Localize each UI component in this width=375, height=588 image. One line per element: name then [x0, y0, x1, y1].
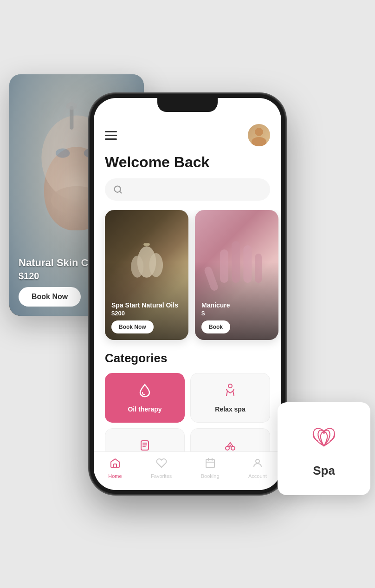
person-icon	[252, 457, 263, 471]
lotus-icon	[308, 420, 340, 459]
bottom-nav: Home Favorites	[94, 451, 281, 490]
home-icon	[110, 457, 121, 471]
svg-rect-11	[220, 249, 228, 283]
svg-rect-24	[206, 459, 214, 468]
person-spa-icon	[223, 383, 238, 401]
app-header	[94, 117, 281, 150]
categories-title: Categories	[94, 351, 281, 373]
droplet-icon	[137, 383, 152, 401]
favorites-nav-label: Favorites	[151, 473, 172, 479]
phone-notch	[157, 98, 218, 112]
avatar[interactable]	[248, 124, 270, 146]
oils-card-price: $200	[111, 310, 182, 317]
svg-rect-14	[255, 254, 262, 283]
svg-point-21	[226, 446, 229, 450]
scene: Natural Skin Care $120 Book Now Spa	[0, 0, 375, 588]
search-bar[interactable]	[105, 178, 270, 201]
floating-card-spa: Spa	[278, 402, 370, 495]
category-oil-therapy[interactable]: Oil therapy	[105, 373, 185, 423]
svg-point-5	[66, 102, 77, 110]
svg-point-8	[131, 256, 143, 278]
svg-point-28	[256, 459, 259, 463]
hamburger-menu-button[interactable]	[105, 131, 117, 140]
skin-care-book-button[interactable]: Book Now	[19, 287, 81, 307]
services-scroll: Spa Start Natural Oils $200 Book Now	[94, 210, 281, 351]
nav-favorites[interactable]: Favorites	[151, 457, 172, 479]
relax-spa-label: Relax spa	[215, 405, 245, 413]
nav-account[interactable]: Account	[248, 457, 267, 479]
spa-card-label: Spa	[313, 464, 335, 478]
svg-rect-12	[232, 241, 240, 283]
svg-point-1	[55, 148, 69, 157]
booking-nav-label: Booking	[201, 473, 220, 479]
svg-rect-10	[143, 243, 150, 246]
phone-frame: Welcome Back	[90, 94, 285, 494]
calendar-icon	[205, 457, 216, 471]
service-card-manicure[interactable]: Manicure $ Book	[195, 210, 278, 340]
oil-therapy-label: Oil therapy	[128, 405, 162, 413]
svg-point-9	[149, 253, 163, 277]
oils-card-title: Spa Start Natural Oils	[111, 301, 182, 309]
screen-content[interactable]: Welcome Back	[94, 98, 281, 490]
svg-rect-23	[114, 464, 116, 467]
oils-illustration	[122, 229, 172, 294]
svg-point-22	[231, 446, 235, 450]
nav-home[interactable]: Home	[108, 457, 122, 479]
oils-book-button[interactable]: Book Now	[111, 320, 154, 333]
svg-rect-15	[203, 266, 219, 292]
category-relax-spa[interactable]: Relax spa	[190, 373, 270, 423]
nav-booking[interactable]: Booking	[201, 457, 220, 479]
search-icon	[113, 185, 123, 194]
manicure-illustration	[203, 223, 270, 301]
manicure-card-title: Manicure	[201, 301, 272, 309]
account-nav-label: Account	[248, 473, 267, 479]
svg-point-16	[228, 384, 232, 388]
phone-screen: Welcome Back	[94, 98, 281, 490]
svg-rect-13	[243, 245, 252, 283]
home-nav-label: Home	[108, 473, 122, 479]
manicure-book-button[interactable]: Book	[201, 320, 230, 333]
heart-icon	[156, 457, 167, 471]
welcome-title: Welcome Back	[94, 150, 281, 178]
manicure-card-price: $	[201, 310, 272, 317]
service-card-oils[interactable]: Spa Start Natural Oils $200 Book Now	[105, 210, 188, 340]
